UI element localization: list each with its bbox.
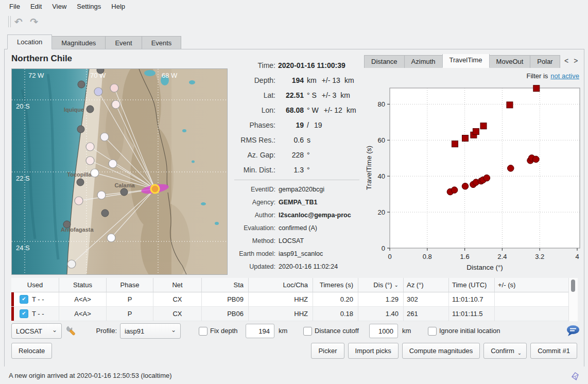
tab-location[interactable]: Location [7, 34, 52, 49]
column-header[interactable]: Net [153, 278, 202, 292]
filter-toggle-link[interactable]: not active [550, 72, 579, 80]
arrival-point-s[interactable] [480, 123, 487, 129]
station-marker[interactable] [91, 169, 99, 177]
fix-depth-input[interactable] [246, 324, 274, 338]
plot-tab-azimuth[interactable]: Azimuth [404, 55, 443, 68]
status-message: A new origin arrived at 2020-01-16 12:50… [9, 372, 172, 379]
arrival-point-s[interactable] [507, 102, 513, 108]
origin-info-error: +/- 12 [324, 106, 342, 114]
column-header[interactable]: Loc/Cha [249, 278, 313, 292]
origin-detail-row: Author:l2scanloc@gempa-proc [229, 208, 364, 221]
column-header-label: Used [27, 281, 43, 289]
import-picks-button[interactable]: Import picks [348, 343, 399, 359]
station-marker[interactable] [86, 156, 94, 165]
station-marker[interactable] [75, 197, 83, 205]
column-header-label: Sta [233, 281, 244, 289]
station-marker[interactable] [94, 88, 102, 96]
tab-event[interactable]: Event [105, 36, 142, 49]
locator-select[interactable]: LOCSAT⌄ [11, 323, 62, 339]
chevron-down-icon: ⌄ [52, 326, 57, 334]
station-marker[interactable] [97, 191, 106, 199]
origin-detail-value: iasp91_scanloc [279, 250, 323, 257]
tab-scroll-right-icon[interactable]: > [574, 57, 578, 65]
column-header[interactable]: Status [59, 278, 107, 292]
arrival-point-p[interactable] [483, 174, 490, 181]
column-header-label: Phase [120, 281, 140, 289]
column-header[interactable]: Az (°) [404, 278, 449, 292]
station-marker[interactable] [110, 84, 118, 92]
menu-edit[interactable]: Edit [25, 2, 47, 11]
commit-button[interactable]: Commit #1 [530, 343, 577, 359]
column-header[interactable]: Phase [107, 278, 153, 292]
arrival-point-s[interactable] [473, 129, 479, 135]
table-scrollbar-thumb[interactable] [571, 280, 575, 292]
station-marker-unused[interactable] [78, 81, 85, 88]
traveltime-chart[interactable]: 00.81.62.43.24020406080Distance (°)Trave… [363, 81, 584, 274]
ignore-initial-location-checkbox[interactable] [428, 327, 437, 336]
table-row[interactable]: ✔T - -A<A>PCXPB06HHZ0.181.4026111:01:11.… [11, 307, 578, 321]
station-marker[interactable] [67, 260, 76, 268]
station-marker[interactable] [100, 133, 109, 141]
locator-settings-wrench-icon[interactable] [66, 325, 78, 337]
menu-file[interactable]: File [4, 2, 25, 11]
redo-icon[interactable]: ↷ [26, 14, 42, 29]
arrival-point-s[interactable] [533, 85, 540, 92]
distance-cutoff-checkbox[interactable] [303, 327, 312, 336]
station-marker[interactable] [86, 143, 94, 151]
column-header[interactable]: Used [11, 278, 59, 292]
origin-summary: Time:2020-01-16 11:00:39Depth:194km+/- 1… [229, 58, 364, 177]
origin-info-row: Lon:68.08° W+/- 12km [229, 102, 364, 117]
origin-crystal-icon[interactable] [569, 371, 581, 382]
plot-tab-scroll: < > [564, 57, 578, 65]
station-marker[interactable] [112, 100, 120, 109]
plot-tab-distance[interactable]: Distance [364, 55, 405, 68]
undo-icon[interactable]: ↶ [11, 14, 26, 29]
arrival-point-p[interactable] [533, 156, 540, 163]
origin-info-error: +/- 3 [322, 91, 336, 99]
epicenter-marker[interactable] [151, 185, 159, 193]
used-checkbox[interactable]: ✔ [20, 309, 28, 318]
station-marker-unused[interactable] [77, 126, 84, 133]
cell-used: ✔T - - [11, 307, 59, 321]
station-marker[interactable] [109, 160, 117, 168]
column-header[interactable]: Timeres (s) [313, 278, 358, 292]
origin-detail-value: l2scanloc@gempa-proc [279, 212, 351, 219]
menu-view[interactable]: View [47, 2, 72, 11]
arrival-point-s[interactable] [462, 135, 469, 141]
menu-help[interactable]: Help [106, 2, 130, 11]
relocate-button[interactable]: Relocate [11, 343, 52, 359]
tab-magnitudes[interactable]: Magnitudes [51, 36, 106, 49]
column-header[interactable]: Time (UTC) [449, 278, 495, 292]
station-marker-unused[interactable] [101, 210, 109, 217]
tick-label-y: 0 [382, 245, 385, 252]
column-header-label: +/- (s) [498, 281, 515, 289]
arrival-point-p[interactable] [507, 165, 514, 172]
arrival-point-s[interactable] [452, 141, 458, 147]
menu-settings[interactable]: Settings [72, 2, 106, 11]
picker-button[interactable]: Picker [311, 343, 344, 359]
used-checkbox[interactable]: ✔ [20, 295, 28, 304]
table-scrollbar[interactable] [568, 278, 578, 321]
chevron-down-icon: ⌄ [517, 350, 522, 356]
origin-detail-row: EventID:gempa2020bcgi [229, 183, 364, 196]
comment-bubble-icon[interactable] [565, 324, 581, 338]
fix-depth-checkbox[interactable] [199, 327, 207, 336]
compute-magnitudes-button[interactable]: Compute magnitudes [402, 343, 480, 359]
tab-events[interactable]: Events [142, 36, 182, 49]
profile-select[interactable]: iasp91⌄ [120, 323, 181, 339]
arrival-point-p[interactable] [451, 187, 458, 194]
station-marker-unused[interactable] [97, 68, 104, 74]
confirm-button[interactable]: Confirm⌄ [483, 343, 527, 359]
origin-map[interactable]: 72 W70 W68 W20 S22 S24 SIquiqueTocopilla… [11, 68, 228, 275]
plot-tab-polar[interactable]: Polar [530, 55, 560, 68]
column-header[interactable]: Sta [202, 278, 249, 292]
station-marker[interactable] [107, 234, 115, 242]
tab-scroll-left-icon[interactable]: < [564, 57, 568, 65]
arrival-point-p[interactable] [462, 183, 469, 189]
table-row[interactable]: ✔T - -A<A>PCXPB09HHZ0.201.2930211:01:10.… [11, 292, 578, 307]
plot-tab-traveltime[interactable]: TravelTime [442, 54, 490, 68]
column-header[interactable]: Dis (°) ⌄ [358, 278, 404, 292]
distance-cutoff-input[interactable] [369, 324, 398, 338]
plot-tab-moveout[interactable]: MoveOut [489, 55, 531, 68]
column-header[interactable]: +/- (s) [495, 278, 569, 292]
